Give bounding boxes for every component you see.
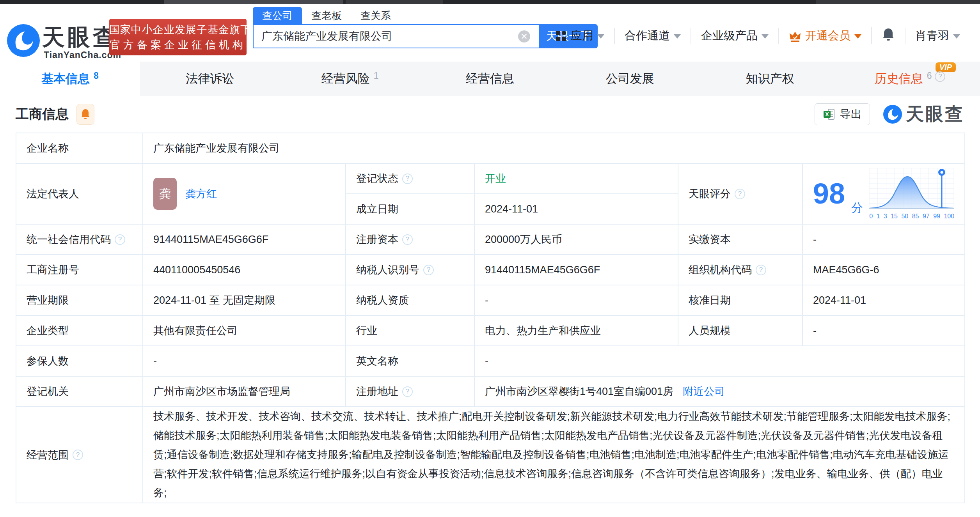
tianyancha-logo-icon[interactable] [7, 24, 40, 57]
page-tabbar: 基本信息 8 法律诉讼 经营风险 1 经营信息 公司发展 知识产权 VIP 历史… [0, 62, 980, 96]
registration-status: 开业 [474, 163, 678, 194]
table-row: 营业期限 2024-11-01 至 无固定期限 纳税人资质 - 核准日期 202… [16, 285, 965, 315]
nav-vip[interactable]: 开通会员 [778, 28, 871, 44]
username: 肖青羽 [915, 28, 949, 44]
chevron-down-icon [854, 34, 861, 39]
field-label: 企业类型 [27, 324, 69, 338]
bell-icon [81, 109, 90, 120]
tab-label: 经营信息 [466, 71, 514, 87]
table-row: 统一社会信用代码? 91440115MAE45G6G6F 注册资本? 20000… [16, 224, 965, 255]
chevron-down-icon [762, 34, 769, 39]
field-label: 统一社会信用代码 [27, 232, 111, 246]
field-label: 行业 [356, 324, 377, 338]
tab-risk[interactable]: 经营风险 1 [280, 62, 420, 96]
tab-legal[interactable]: 法律诉讼 [140, 62, 280, 96]
company-name: 广东储能产业发展有限公司 [143, 133, 965, 163]
table-row: 参保人数 - 英文名称 - [16, 346, 965, 376]
field-label: 企业名称 [27, 141, 69, 155]
field-label: 参保人数 [27, 354, 69, 368]
legal-representative-link[interactable]: 龚方红 [185, 187, 217, 201]
field-label: 纳税人识别号 [356, 263, 419, 277]
field-value: MAE45G6G-6 [802, 255, 965, 285]
chevron-down-icon [597, 34, 604, 39]
field-label: 组织机构代码 [689, 263, 752, 277]
search-tabs: 查公司 查老板 查关系 [253, 7, 400, 24]
nav-enterprise[interactable]: 企业级产品 [691, 28, 778, 44]
tab-count: 8 [94, 71, 99, 81]
search-input[interactable] [253, 24, 540, 48]
table-row: 企业类型 其他有限责任公司 行业 电力、热力生产和供应业 人员规模 - [16, 315, 965, 346]
help-icon[interactable]: ? [402, 234, 413, 245]
field-label: 人员规模 [689, 324, 731, 338]
section-header: 工商信息 X 导出 天眼查 [16, 96, 964, 133]
nav-partner-label: 合作通道 [625, 28, 670, 44]
tab-history-info[interactable]: VIP 历史信息 6 ? [840, 62, 980, 96]
tab-label: 知识产权 [746, 71, 794, 87]
browser-tab-segment [816, 0, 980, 4]
field-label: 工商注册号 [27, 263, 79, 277]
registered-address: 广州市南沙区翠樱街1号401室自编001房 [485, 384, 673, 398]
tianyancha-watermark: 天眼查 [883, 102, 964, 126]
field-value: 440110005450546 [143, 255, 346, 285]
score-distribution-chart: 0131550859799100 [869, 168, 954, 220]
help-icon[interactable]: ? [402, 386, 413, 397]
tab-company-development[interactable]: 公司发展 [560, 62, 700, 96]
nav-apps[interactable]: 应用 [545, 28, 614, 44]
field-value: 其他有限责任公司 [143, 315, 346, 346]
help-icon[interactable]: ? [402, 174, 413, 184]
field-value: 200000万人民币 [474, 224, 678, 255]
tianyancha-logo-icon [883, 105, 902, 124]
field-value: 广州市南沙区市场监督管理局 [143, 376, 346, 407]
field-label: 纳税人资质 [356, 293, 409, 307]
site-header: 天眼查 TianYanCha.com 国家中小企业发展子基金旗下 官方备案企业征… [0, 4, 980, 62]
table-row: 企业名称 广东储能产业发展有限公司 [16, 133, 965, 163]
field-label: 登记机关 [27, 384, 69, 398]
tab-operating-info[interactable]: 经营信息 [420, 62, 560, 96]
official-badge: 国家中小企业发展子基金旗下 官方备案企业征信机构 [109, 19, 247, 55]
export-button[interactable]: X 导出 [815, 103, 870, 125]
subscribe-bell-button[interactable] [76, 104, 94, 125]
nav-apps-label: 应用 [571, 28, 593, 44]
tab-basic-info[interactable]: 基本信息 8 [0, 62, 140, 96]
field-label: 核准日期 [689, 293, 731, 307]
nav-user[interactable]: 肖青羽 [905, 28, 970, 44]
search-tab-relation[interactable]: 查关系 [351, 7, 400, 24]
logo-title[interactable]: 天眼查 [42, 26, 118, 48]
field-value: - [143, 346, 346, 376]
tab-label: 法律诉讼 [186, 71, 234, 87]
chevron-down-icon [674, 34, 681, 39]
field-value: - [474, 285, 678, 315]
help-icon[interactable]: ? [735, 189, 745, 199]
field-value: - [802, 224, 965, 255]
chevron-down-icon [953, 34, 960, 39]
help-icon[interactable]: ? [935, 71, 945, 82]
nav-partner[interactable]: 合作通道 [614, 28, 691, 44]
tab-count: 6 [927, 71, 932, 81]
help-icon[interactable]: ? [423, 265, 434, 275]
field-value: - [802, 315, 965, 346]
help-icon[interactable]: ? [756, 265, 766, 275]
nearby-companies-link[interactable]: 附近公司 [683, 384, 725, 398]
clear-search-icon[interactable]: ✕ [518, 30, 530, 42]
tab-intellectual-property[interactable]: 知识产权 [700, 62, 840, 96]
field-label: 天眼评分 [689, 187, 731, 201]
field-value: 2024-11-01 至 无固定期限 [143, 285, 346, 315]
excel-icon: X [823, 108, 835, 120]
help-icon[interactable]: ? [115, 234, 125, 245]
table-row: 工商注册号 440110005450546 纳税人识别号? 91440115MA… [16, 255, 965, 285]
nav-notifications[interactable] [871, 27, 905, 44]
search-tab-boss[interactable]: 查老板 [302, 7, 351, 24]
search-tab-company[interactable]: 查公司 [253, 7, 302, 24]
field-label: 营业期限 [27, 293, 69, 307]
field-label: 成立日期 [356, 202, 398, 216]
top-nav: 应用 合作通道 企业级产品 开通会员 肖青羽 [545, 27, 970, 44]
establish-date: 2024-11-01 [474, 194, 678, 224]
vip-badge: VIP [936, 62, 956, 72]
help-icon[interactable]: ? [73, 450, 83, 460]
field-value: 91440115MAE45G6G6F [474, 255, 678, 285]
field-value: - [474, 346, 965, 376]
avatar[interactable]: 龚 [153, 178, 177, 210]
nav-enterprise-label: 企业级产品 [701, 28, 758, 44]
field-label: 注册资本 [356, 232, 398, 246]
browser-strip [0, 0, 980, 4]
